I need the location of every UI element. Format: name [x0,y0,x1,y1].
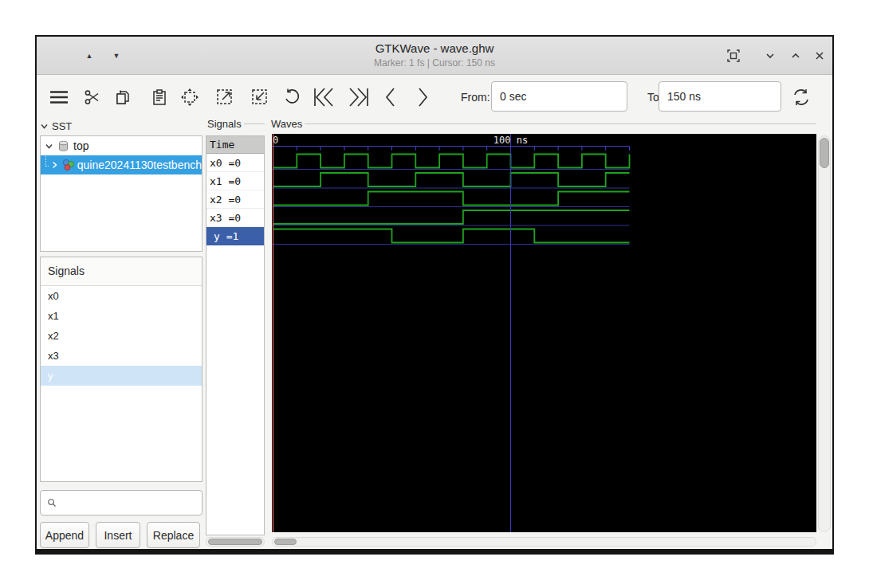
chevron-right-icon [415,87,430,108]
append-button[interactable]: Append [40,522,89,548]
trace-name-x3[interactable]: x3 =0 [206,209,264,227]
module-cylinder-icon [57,140,69,152]
paste-icon [151,88,168,106]
copy-icon [114,88,132,106]
expander-down-icon [45,142,53,151]
go-to-start-button[interactable] [311,83,338,112]
copy-button[interactable] [112,83,134,112]
close-button[interactable] [810,46,829,65]
names-hscrollbar-thumb[interactable] [208,539,262,545]
tree-connector [45,156,49,167]
undo-button[interactable] [281,83,303,112]
tree-item-label: quine20241130testbench [77,159,202,171]
chevron-down-icon [765,50,776,61]
sst-label: SST [52,120,72,132]
zoom-out-button[interactable] [247,83,273,112]
search-icon [47,496,57,509]
toolbar: From: To: [37,76,832,118]
wave-canvas[interactable]: 0100 ns [272,134,816,532]
zoom-in-button[interactable] [212,83,238,112]
titlebar[interactable]: ▲ ▼ GTKWave - wave.ghw Marker: 1 fs | Cu… [37,37,832,75]
signal-list-header: Signals [41,257,202,286]
zoom-fit-button[interactable] [177,83,203,112]
window-title: GTKWave - wave.ghw [37,41,832,57]
go-to-end-button[interactable] [344,83,372,112]
skip-to-start-icon [313,87,336,108]
signal-list-item-x2[interactable]: x2 [41,326,202,346]
reload-button[interactable] [789,83,813,112]
maximize-button[interactable] [786,46,805,65]
names-frame-text: Signals [207,118,242,130]
tree-item-top[interactable]: top [41,136,202,155]
wave-hscrollbar[interactable] [272,537,816,547]
tree-item-label: top [73,139,88,152]
wave-names-panel: Time x0 =0 x1 =0 x2 =0 x3 =0 y =1 [206,135,265,535]
trace-name-x2[interactable]: x2 =0 [206,190,264,209]
sst-tree: top quine20241130testbench [40,135,203,252]
names-frame-label: Signals [207,118,265,130]
signal-list-item-x0[interactable]: x0 [41,286,202,306]
signal-search-panel: Signals x0 x1 x2 x3 y [40,257,203,482]
fullscreen-button[interactable] [724,46,743,65]
cut-icon [84,88,101,106]
skip-to-end-icon [346,87,370,108]
signal-list-item-x3[interactable]: x3 [41,346,202,366]
prev-edge-button[interactable] [379,83,402,112]
zoom-out-icon [250,87,270,108]
close-icon [814,50,825,61]
desktop: { "window": { "title": "GTKWave - wave.g… [0,0,869,588]
next-edge-button[interactable] [411,83,434,112]
undo-icon [282,88,301,107]
zoom-fit-icon [179,87,200,108]
replace-button[interactable]: Replace [147,522,200,548]
to-input[interactable] [659,81,781,112]
reload-icon [791,87,812,108]
names-hscrollbar[interactable] [206,537,265,547]
hierarchy-spheres-icon [61,159,75,171]
paste-button[interactable] [148,83,171,112]
menu-button[interactable] [46,83,72,112]
menu-icon [49,89,69,105]
chevron-up-icon [790,50,801,61]
wave-hscrollbar-thumb[interactable] [274,539,297,545]
search-input[interactable] [61,492,202,513]
tree-item-testbench[interactable]: quine20241130testbench [41,155,202,174]
signal-filter-box[interactable] [40,490,203,515]
waves-frame-label: Waves [271,118,816,130]
time-header[interactable]: Time [206,136,264,154]
expander-right-icon [50,160,59,170]
wave-vscrollbar-thumb[interactable] [820,138,829,168]
insert-button[interactable]: Insert [96,522,140,548]
main-area: SST top quine20241130testbench [37,118,832,549]
trace-name-y[interactable]: y =1 [206,227,264,245]
chevron-down-icon [40,122,49,131]
unmaximize-button[interactable] [761,46,780,65]
marker-cursor-status: Marker: 1 fs | Cursor: 150 ns [37,57,832,69]
zoom-in-icon [214,87,235,108]
from-label: From: [461,83,490,112]
signal-list-item-x1[interactable]: x1 [41,306,202,326]
gtkwave-window: ▲ ▼ GTKWave - wave.ghw Marker: 1 fs | Cu… [35,35,834,555]
fullscreen-icon [726,49,741,63]
wave-svg: 0100 ns [272,134,816,532]
wave-vscrollbar[interactable] [818,135,831,532]
waves-frame-text: Waves [271,118,302,130]
trace-name-x1[interactable]: x1 =0 [206,172,264,190]
cut-button[interactable] [81,83,104,112]
trace-name-x0[interactable]: x0 =0 [206,154,264,172]
chevron-left-icon [383,87,398,108]
sst-expander[interactable]: SST [40,118,72,134]
titlebar-text: GTKWave - wave.ghw Marker: 1 fs | Cursor… [37,41,832,69]
from-input[interactable] [491,81,627,112]
signal-list-item-y[interactable]: y [41,366,202,386]
